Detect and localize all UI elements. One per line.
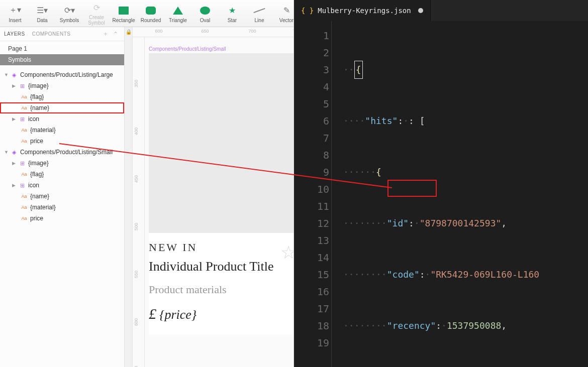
line-number: 3 (294, 61, 329, 78)
rotate-icon: ⟳▾ (64, 5, 75, 17)
page-page1[interactable]: Page 1 (0, 43, 124, 54)
code-token: "RK5429-069L160-L160 (430, 266, 539, 283)
data-button[interactable]: ☰▾ Data (30, 2, 54, 26)
ruler-tick: 350 (134, 80, 139, 87)
ruler-tick: 450 (134, 175, 139, 183)
group-icon: ⊞ (18, 83, 26, 89)
data-label: Data (37, 18, 47, 23)
symbol-icon: ◈ (10, 149, 18, 156)
stack-icon: ☰▾ (37, 5, 48, 17)
vertical-ruler: 350 400 450 500 550 600 650 (133, 37, 145, 367)
tab-layers[interactable]: LAYERS (4, 31, 25, 37)
sketch-canvas[interactable]: 🔒 600 650 700 750 350 400 450 500 550 60… (125, 27, 293, 367)
line-number: 16 (294, 283, 329, 300)
layer-small-image[interactable]: ▶ ⊞ {image} (0, 158, 124, 169)
rounded-button[interactable]: Rounded (139, 2, 163, 26)
page-symbols[interactable]: Symbols (0, 54, 124, 65)
ruler-tick: 600 (155, 29, 162, 34)
star-icon: ★ (229, 5, 236, 17)
rectangle-button[interactable]: Rectangle (112, 2, 136, 26)
line-number: 18 (294, 317, 329, 334)
product-materials: Product materials (149, 283, 293, 296)
layer-large-header[interactable]: ▼ ◈ Components/Product/Listing/Large (0, 69, 124, 80)
layer-label: Components/Product/Listing/Small (20, 149, 113, 156)
line-button[interactable]: Line (247, 2, 271, 26)
tab-components[interactable]: COMPONENTS (32, 31, 71, 37)
flag-text: NEW IN (149, 241, 293, 254)
layer-large-image[interactable]: ▶ ⊞ {image} (0, 80, 124, 91)
layer-large-icon[interactable]: ▶ ⊞ icon (0, 113, 124, 125)
ruler-tick: 550 (134, 271, 139, 278)
layer-tree: ▼ ◈ Components/Product/Listing/Large ▶ ⊞… (0, 67, 124, 367)
layer-label: Components/Product/Listing/Large (20, 71, 113, 78)
layer-large-name[interactable]: Aa {name} (0, 102, 124, 113)
code-token: "id" (387, 215, 409, 232)
line-gutter: 1 2 3 4 5 6 7 8 9 10 11 12 13 14 15 16 1… (294, 21, 329, 367)
artboard[interactable]: NEW IN Individual Product Title Product … (149, 53, 293, 334)
editor-tab[interactable]: { } Mulberry-Keyrings.json (294, 0, 431, 21)
oval-button[interactable]: Oval (193, 2, 217, 26)
ruler-tick: 700 (248, 29, 256, 34)
text-icon: Aa (20, 172, 28, 177)
insert-label: Insert (9, 18, 21, 23)
ruler-tick: 400 (134, 128, 139, 135)
text-icon: Aa (20, 194, 28, 199)
layer-label: {material} (30, 204, 56, 211)
star-button[interactable]: ★ Star (220, 2, 244, 26)
rectangle-icon (119, 5, 129, 17)
code-token: "hits" (365, 112, 398, 130)
sketch-toolbar: ＋▾ Insert ☰▾ Data ⟳▾ Symbols ⟳ Create Sy… (0, 0, 293, 27)
line-number: 1 (294, 27, 329, 44)
line-number: 12 (294, 215, 329, 232)
code-editor[interactable]: 1 2 3 4 5 6 7 8 9 10 11 12 13 14 15 16 1… (294, 21, 588, 367)
layer-large-price[interactable]: Aa price (0, 136, 124, 147)
chevron-right-icon: ▶ (12, 83, 17, 88)
symbols-label: Symbols (60, 18, 79, 23)
text-icon: Aa (20, 94, 28, 99)
create-symbol-label: Create Symbol (86, 15, 107, 26)
sketch-app: ＋▾ Insert ☰▾ Data ⟳▾ Symbols ⟳ Create Sy… (0, 0, 294, 367)
json-name-highlight (387, 180, 437, 197)
vscode-app: { } Mulberry-Keyrings.json 1 2 3 4 5 6 7… (294, 0, 588, 367)
layer-label: price (30, 215, 43, 222)
layer-label: {name} (30, 193, 49, 200)
line-number: 5 (294, 95, 329, 112)
line-number: 8 (294, 147, 329, 164)
line-number: 10 (294, 181, 329, 198)
ruler-tick: 500 (134, 223, 139, 230)
layer-small-icon[interactable]: ▶ ⊞ icon (0, 180, 124, 191)
oval-icon (200, 5, 210, 17)
layer-small-price[interactable]: Aa price (0, 213, 124, 224)
vector-icon: ✎ (283, 5, 290, 17)
ruler-tick: 650 (201, 29, 209, 34)
line-number: 11 (294, 198, 329, 215)
horizontal-ruler: 600 650 700 750 (133, 27, 293, 37)
collapse-pages-button[interactable]: ⌃ (111, 31, 121, 38)
code-token: "8798700142593" (420, 215, 502, 232)
create-symbol-button[interactable]: ⟳ Create Symbol (84, 2, 109, 26)
code-body[interactable]: ··{ ····"hits":·: [ ······{ ········"id"… (343, 21, 588, 367)
rounded-label: Rounded (141, 18, 161, 23)
line-number: 19 (294, 334, 329, 351)
layer-small-name[interactable]: Aa {name} (0, 191, 124, 202)
add-page-button[interactable]: ＋ (101, 30, 111, 38)
create-symbol-icon: ⟳ (93, 2, 100, 14)
triangle-label: Triangle (169, 18, 187, 23)
symbol-icon: ◈ (10, 72, 18, 78)
triangle-button[interactable]: Triangle (166, 2, 190, 26)
group-icon: ⊞ (18, 182, 26, 189)
layer-small-header[interactable]: ▼ ◈ Components/Product/Listing/Small (0, 147, 124, 158)
layer-small-flag[interactable]: Aa {flag} (0, 169, 124, 180)
artboard-label[interactable]: Components/Product/Listing/Small (149, 46, 226, 52)
layer-small-material[interactable]: Aa {material} (0, 202, 124, 213)
json-icon: { } (301, 7, 314, 15)
image-placeholder (149, 53, 293, 233)
star-label: Star (228, 18, 237, 23)
insert-button[interactable]: ＋▾ Insert (3, 2, 27, 26)
tab-filename: Mulberry-Keyrings.json (318, 7, 411, 15)
layer-large-flag[interactable]: Aa {flag} (0, 91, 124, 102)
layer-large-material[interactable]: Aa {material} (0, 125, 124, 136)
ruler-tick: 600 (134, 318, 139, 326)
group-icon: ⊞ (18, 160, 26, 167)
symbols-button[interactable]: ⟳▾ Symbols (57, 2, 81, 26)
